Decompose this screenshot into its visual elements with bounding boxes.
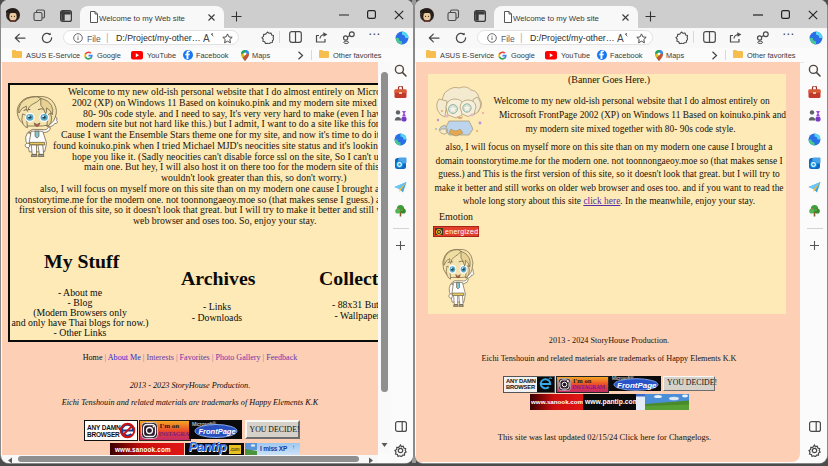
svg-text:FrontPage: FrontPage <box>199 427 236 436</box>
svg-text:A: A <box>203 33 210 43</box>
svg-text:FrontPage: FrontPage <box>617 380 657 389</box>
svg-text:A: A <box>617 33 624 43</box>
